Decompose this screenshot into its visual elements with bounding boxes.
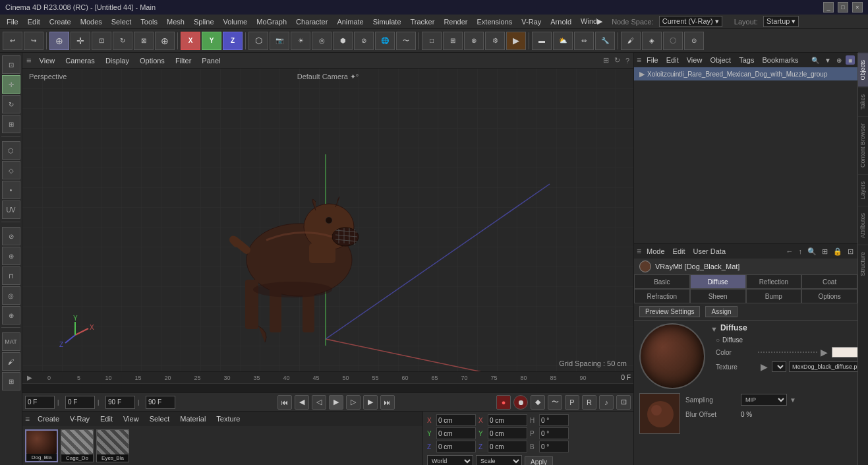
vp-help-btn[interactable]: ? (625, 57, 629, 65)
menu-tools[interactable]: Tools (136, 16, 161, 27)
coord-z-input[interactable] (436, 441, 476, 452)
inflate-btn[interactable]: ⊙ (684, 32, 704, 50)
obj-search-icon[interactable]: 🔍 (810, 57, 821, 64)
left-edge-btn[interactable]: ◇ (2, 161, 20, 179)
tab-sheen[interactable]: Sheen (690, 289, 746, 303)
mirror-btn[interactable]: ⇔ (574, 32, 594, 50)
start-frame-input[interactable] (65, 396, 95, 409)
next-keyframe-btn[interactable]: ▷ (346, 395, 361, 410)
coord-x-rot-input[interactable] (488, 414, 527, 426)
tab-takes[interactable]: Takes (858, 87, 868, 117)
coord-h-input[interactable] (539, 414, 569, 426)
world-select[interactable]: World Object (427, 455, 473, 466)
diffuse-sub-icon[interactable]: ○ (716, 336, 720, 344)
vp-filter-menu[interactable]: Filter (173, 55, 194, 66)
vp-fullscreen-btn[interactable]: ⊞ (603, 56, 609, 65)
poly-btn[interactable]: ⬢ (333, 32, 353, 50)
attr-menu-icon[interactable]: ≡ (637, 247, 641, 256)
viewport-menu-icon[interactable]: ≡ (26, 55, 32, 65)
rot-key-btn[interactable]: R (582, 395, 596, 410)
coord-y-rot-input[interactable] (488, 427, 527, 439)
mat-select[interactable]: Select (147, 414, 173, 423)
attr-mode[interactable]: Mode (644, 247, 668, 256)
environ-btn[interactable]: 🌐 (375, 32, 395, 50)
add-btn[interactable]: ⊕ (155, 32, 175, 50)
move-btn[interactable]: ✛ (71, 32, 90, 50)
menu-vray[interactable]: V-Ray (517, 16, 545, 27)
menu-file[interactable]: File (3, 16, 22, 27)
zaxis-btn[interactable]: Z (223, 32, 243, 50)
timeline-track[interactable] (22, 383, 633, 392)
mat-material[interactable]: Material (177, 414, 208, 423)
obj-add-icon[interactable]: ⊕ (835, 57, 843, 64)
coord-x-input[interactable] (436, 414, 476, 426)
smooth-btn[interactable]: 〇 (663, 32, 683, 50)
obj-bookmarks[interactable]: Bookmarks (759, 55, 801, 65)
menu-extensions[interactable]: Extensions (473, 16, 516, 27)
menu-spline[interactable]: Spline (190, 16, 218, 27)
render-btn[interactable]: ▶ (506, 32, 526, 50)
sound-btn[interactable]: ♪ (599, 395, 614, 410)
obj-edit[interactable]: Edit (664, 55, 681, 65)
left-uv-btn[interactable]: UV (2, 201, 20, 219)
left-move-btn[interactable]: ✛ (2, 75, 20, 94)
timeline-expand-btn[interactable]: ⊡ (616, 395, 631, 410)
attr-edit[interactable]: Edit (670, 247, 688, 256)
floor-btn[interactable]: ▬ (532, 32, 552, 50)
attr-back-btn[interactable]: ← (786, 247, 794, 255)
record-btn[interactable]: ● (496, 395, 511, 410)
undo-btn[interactable]: ↩ (3, 32, 22, 50)
left-rotate-btn[interactable]: ↻ (2, 95, 20, 113)
sampling-select[interactable]: MIP None Bilinear (741, 394, 787, 406)
obj-btn[interactable]: ⬡ (248, 32, 268, 50)
tab-structure[interactable]: Structure (858, 245, 868, 283)
tab-layers[interactable]: Layers (858, 174, 868, 206)
prev-frame-btn[interactable]: ◀ (295, 395, 309, 410)
material-eyes[interactable]: Eyes_Bla (96, 429, 129, 462)
object-dog-group[interactable]: ▶ Xoloitzcuintli_Rare_Breed_Mexican_Dog_… (634, 67, 857, 80)
obj-color-icon[interactable]: ■ (846, 55, 855, 65)
mat-texture[interactable]: Texture (214, 414, 243, 423)
minimize-btn[interactable]: _ (823, 2, 834, 13)
menu-mograph[interactable]: MoGraph (252, 16, 291, 27)
attr-userdata[interactable]: User Data (691, 247, 729, 256)
coord-p-input[interactable] (539, 427, 569, 439)
left-bevel-btn[interactable]: ◎ (2, 286, 20, 305)
diffuse-collapse-icon[interactable]: ▼ (710, 325, 718, 333)
material-dog-black[interactable]: Dog_Bla (25, 429, 58, 462)
transform-btn[interactable]: ⊠ (134, 32, 154, 50)
menu-arnold[interactable]: Arnold (546, 16, 575, 27)
vp-refresh-btn[interactable]: ↻ (614, 56, 620, 65)
color-expand-icon[interactable]: ▶ (821, 347, 828, 357)
next-frame-btn[interactable]: ▶ (363, 395, 378, 410)
tab-bump[interactable]: Bump (746, 289, 802, 303)
go-start-btn[interactable]: ⏮ (277, 395, 292, 410)
left-bridge-btn[interactable]: ⊓ (2, 266, 20, 285)
pos-key-btn[interactable]: P (565, 395, 579, 410)
play-btn[interactable]: ▶ (329, 395, 343, 410)
close-btn[interactable]: × (852, 2, 863, 13)
rotate-btn[interactable]: ↻ (113, 32, 132, 50)
current-frame-input[interactable] (25, 396, 55, 409)
menu-animate[interactable]: Animate (333, 16, 367, 27)
menu-edit[interactable]: Edit (24, 16, 44, 27)
color-swatch[interactable] (832, 347, 857, 357)
select-model-btn[interactable]: ⊕ (49, 32, 69, 50)
sculpt-btn[interactable]: ◈ (642, 32, 662, 50)
left-polygon-btn[interactable]: ⬡ (2, 141, 20, 160)
mat-vray[interactable]: V-Ray (67, 414, 92, 423)
obj-filter-icon[interactable]: ▼ (823, 57, 832, 64)
tab-diffuse[interactable]: Diffuse (690, 274, 746, 289)
texture-expand-icon[interactable]: ▶ (761, 361, 768, 372)
cloner-btn[interactable]: ⊗ (464, 32, 484, 50)
max-frame-input[interactable] (146, 396, 175, 409)
vp-options-menu[interactable]: Options (137, 55, 167, 66)
left-select-btn[interactable]: ⊡ (2, 55, 20, 74)
sampling-dropdown-arrow[interactable]: ▼ (790, 396, 796, 404)
attr-search-icon[interactable]: 🔍 (807, 247, 817, 256)
attr-lock-icon[interactable]: 🔒 (833, 247, 842, 256)
attr-expand-icon[interactable]: ⊡ (848, 247, 854, 256)
prev-keyframe-btn[interactable]: ◁ (312, 395, 326, 410)
menu-modes[interactable]: Modes (76, 16, 106, 27)
coord-y-input[interactable] (436, 427, 476, 439)
